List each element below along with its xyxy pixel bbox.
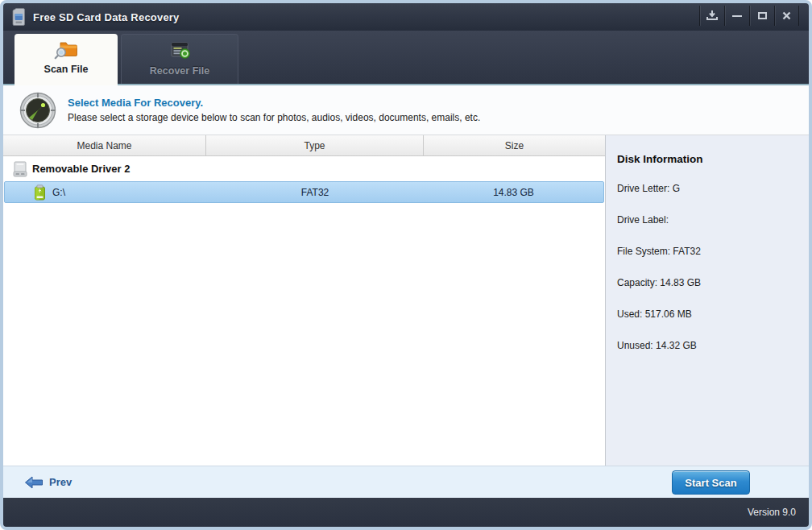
instruction-subtitle: Please select a storage device below to … [68, 112, 480, 123]
card-reader-icon [11, 160, 29, 178]
column-header-type[interactable]: Type [205, 135, 423, 155]
folder-search-icon [54, 39, 78, 60]
disk-info-file-system: File System: FAT32 [617, 246, 801, 257]
instruction-title: Select Media For Recovery. [68, 97, 480, 109]
drive-row-selected[interactable]: G:\ FAT32 14.83 GB [4, 181, 604, 203]
disk-info-capacity: Capacity: 14.83 GB [617, 277, 801, 288]
usb-drive-icon [34, 184, 46, 201]
column-header-media-name[interactable]: Media Name [3, 135, 205, 155]
document-recover-icon [168, 41, 192, 61]
drive-name-cell: G:\ [5, 184, 206, 201]
version-label: Version 9.0 [748, 507, 796, 518]
action-bar: Prev Start Scan [3, 466, 809, 498]
download-button[interactable] [699, 6, 724, 26]
close-icon [782, 11, 791, 20]
maximize-icon [758, 12, 767, 19]
disk-info-title: Disk Information [617, 153, 801, 165]
device-group-label: Removable Driver 2 [32, 163, 130, 175]
disk-info-unused: Unused: 14.32 GB [617, 340, 801, 351]
arrow-left-icon [24, 476, 44, 489]
column-header-size[interactable]: Size [423, 135, 605, 155]
disk-info-drive-letter: Drive Letter: G [617, 183, 801, 194]
tab-bar: Scan File Recover File [3, 31, 809, 85]
prev-button-label: Prev [49, 476, 72, 488]
disk-info-used: Used: 517.06 MB [617, 308, 801, 320]
radar-icon [19, 92, 56, 129]
minimize-icon [732, 15, 742, 17]
drive-letter-label: G:\ [52, 187, 65, 198]
status-bar: Version 9.0 [3, 498, 809, 527]
tab-recover-file[interactable]: Recover File [121, 34, 238, 84]
window-title: Free SD Card Data Recovery [33, 11, 180, 23]
table-header-row: Media Name Type Size [3, 135, 605, 156]
maximize-button[interactable] [749, 6, 774, 26]
device-table: Media Name Type Size Removable Driver 2 [3, 135, 606, 466]
drive-size-cell: 14.83 GB [424, 187, 603, 198]
close-button[interactable] [774, 6, 799, 26]
disk-information-panel: Disk Information Drive Letter: G Drive L… [606, 135, 809, 466]
instruction-header: Select Media For Recovery. Please select… [3, 85, 809, 135]
main-area: Media Name Type Size Removable Driver 2 [3, 135, 809, 466]
titlebar: Free SD Card Data Recovery [3, 3, 809, 31]
start-scan-button[interactable]: Start Scan [672, 470, 750, 495]
instruction-texts: Select Media For Recovery. Please select… [68, 97, 480, 123]
app-window: Free SD Card Data Recovery [0, 0, 812, 530]
disk-info-drive-label: Drive Label: [617, 214, 801, 226]
device-group-row[interactable]: Removable Driver 2 [3, 156, 605, 181]
sd-card-icon [11, 8, 26, 26]
download-icon [706, 10, 718, 21]
tab-scan-file[interactable]: Scan File [14, 34, 118, 85]
tab-recover-file-label: Recover File [150, 65, 209, 77]
minimize-button[interactable] [724, 6, 749, 26]
drive-type-cell: FAT32 [206, 187, 424, 198]
prev-button[interactable]: Prev [24, 476, 72, 489]
tab-scan-file-label: Scan File [44, 64, 89, 75]
window-controls [699, 6, 799, 26]
